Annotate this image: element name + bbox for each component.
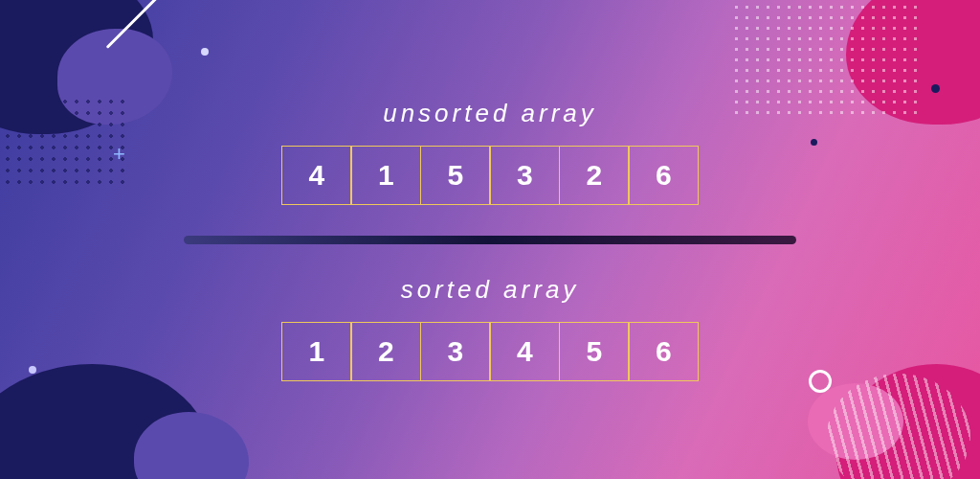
array-cell: 3 <box>420 322 491 381</box>
array-cell: 5 <box>420 146 491 205</box>
unsorted-label: unsorted array <box>383 99 597 128</box>
decor-dot <box>201 48 209 56</box>
array-cell: 3 <box>489 146 560 205</box>
array-cell: 1 <box>281 322 352 381</box>
decor-dot <box>29 366 36 374</box>
plus-icon: + <box>113 142 125 167</box>
diagram-content: unsorted array 4 1 5 3 2 6 sorted array … <box>184 99 796 381</box>
decor-dots-top-left <box>0 96 124 192</box>
array-cell: 5 <box>559 322 630 381</box>
array-cell: 2 <box>350 322 421 381</box>
sorted-label: sorted array <box>401 275 580 305</box>
unsorted-array: 4 1 5 3 2 6 <box>281 146 700 205</box>
decor-dot <box>811 139 817 146</box>
array-cell: 4 <box>281 146 352 205</box>
array-cell: 4 <box>489 322 560 381</box>
decor-dot <box>931 84 940 93</box>
array-cell: 1 <box>350 146 421 205</box>
decor-circle-outline <box>809 370 832 393</box>
array-cell: 6 <box>628 322 699 381</box>
divider <box>184 236 796 244</box>
sorted-array: 1 2 3 4 5 6 <box>281 322 700 381</box>
array-cell: 2 <box>559 146 630 205</box>
array-cell: 6 <box>628 146 699 205</box>
